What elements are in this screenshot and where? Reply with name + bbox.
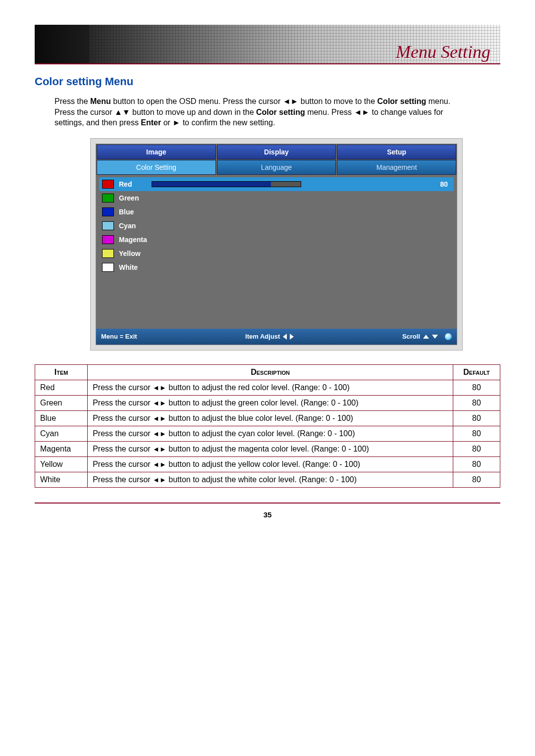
cell-item: Cyan bbox=[35, 426, 88, 441]
osd-tab-top: Display bbox=[217, 145, 336, 159]
right-triangle-icon bbox=[290, 334, 294, 340]
header-banner: Menu Setting bbox=[35, 25, 500, 64]
left-right-icon: ◄► bbox=[354, 107, 370, 118]
right-arrow-icon: ► bbox=[172, 117, 180, 128]
cell-item: Yellow bbox=[35, 456, 88, 472]
osd-item-row: Magenta bbox=[99, 233, 454, 247]
table-row: BluePress the cursor ◄► button to adjust… bbox=[35, 410, 500, 426]
cell-item: White bbox=[35, 472, 88, 487]
lamp-icon bbox=[445, 333, 452, 340]
color-swatch bbox=[102, 235, 114, 244]
intro-paragraph: Press the Menu button to open the OSD me… bbox=[54, 96, 466, 128]
cell-default: 80 bbox=[453, 410, 500, 426]
table-row: YellowPress the cursor ◄► button to adju… bbox=[35, 456, 500, 472]
table-row: WhitePress the cursor ◄► button to adjus… bbox=[35, 472, 500, 487]
th-item: Item bbox=[35, 364, 88, 380]
cell-desc: Press the cursor ◄► button to adjust the… bbox=[88, 441, 453, 456]
osd-item-label: Red bbox=[119, 180, 132, 188]
cell-default: 80 bbox=[453, 472, 500, 487]
banner-title: Menu Setting bbox=[396, 42, 490, 62]
left-right-icon: ◄► bbox=[153, 384, 166, 392]
osd-foot-scroll: Scroll bbox=[402, 333, 452, 340]
left-right-icon: ◄► bbox=[153, 460, 166, 468]
description-table: Item Description Default RedPress the cu… bbox=[35, 364, 500, 488]
left-right-icon: ◄► bbox=[153, 414, 166, 422]
left-right-icon: ◄► bbox=[153, 445, 166, 453]
osd-item-row: Yellow bbox=[99, 247, 454, 260]
table-row: GreenPress the cursor ◄► button to adjus… bbox=[35, 395, 500, 410]
osd-tab-bottom: Color Setting bbox=[97, 160, 216, 175]
osd-item-label: Cyan bbox=[119, 222, 136, 230]
left-triangle-icon bbox=[283, 334, 287, 340]
table-row: MagentaPress the cursor ◄► button to adj… bbox=[35, 441, 500, 456]
table-row: RedPress the cursor ◄► button to adjust … bbox=[35, 380, 500, 395]
up-down-icon: ▲▼ bbox=[114, 107, 130, 118]
up-triangle-icon bbox=[423, 335, 429, 339]
cell-desc: Press the cursor ◄► button to adjust the… bbox=[88, 410, 453, 426]
osd-item-row: White bbox=[99, 260, 454, 274]
left-right-icon: ◄► bbox=[153, 399, 166, 407]
osd-item-label: Green bbox=[119, 194, 139, 202]
cell-default: 80 bbox=[453, 441, 500, 456]
osd-item-row: Red80 bbox=[99, 177, 454, 191]
osd-item-label: White bbox=[119, 263, 138, 271]
osd-item-label: Magenta bbox=[119, 236, 147, 244]
slider-fill bbox=[152, 182, 271, 187]
cell-desc: Press the cursor ◄► button to adjust the… bbox=[88, 380, 453, 395]
osd-item-row: Green bbox=[99, 191, 454, 205]
th-default: Default bbox=[453, 364, 500, 380]
th-desc: Description bbox=[88, 364, 453, 380]
color-swatch bbox=[102, 180, 114, 189]
cell-desc: Press the cursor ◄► button to adjust the… bbox=[88, 395, 453, 410]
osd-tabs: ImageColor SettingDisplayLanguageSetupMa… bbox=[96, 144, 457, 175]
osd-tab-bottom: Management bbox=[337, 160, 456, 175]
cell-item: Green bbox=[35, 395, 88, 410]
osd-foot-exit: Menu = Exit bbox=[101, 333, 137, 340]
osd-tab-bottom: Language bbox=[217, 160, 336, 175]
osd-item-label: Blue bbox=[119, 208, 134, 216]
color-swatch bbox=[102, 194, 114, 202]
cell-default: 80 bbox=[453, 426, 500, 441]
down-triangle-icon bbox=[432, 335, 438, 339]
osd-tab-top: Image bbox=[97, 145, 216, 159]
left-right-icon: ◄► bbox=[153, 476, 166, 484]
cell-default: 80 bbox=[453, 456, 500, 472]
cell-item: Blue bbox=[35, 410, 88, 426]
cell-desc: Press the cursor ◄► button to adjust the… bbox=[88, 426, 453, 441]
osd-body: Red80GreenBlueCyanMagentaYellowWhite bbox=[96, 175, 457, 329]
cell-item: Magenta bbox=[35, 441, 88, 456]
slider-value: 80 bbox=[440, 180, 448, 188]
cell-default: 80 bbox=[453, 395, 500, 410]
color-swatch bbox=[102, 207, 114, 216]
osd-item-row: Blue bbox=[99, 205, 454, 219]
page-number: 35 bbox=[35, 510, 500, 519]
table-row: CyanPress the cursor ◄► button to adjust… bbox=[35, 426, 500, 441]
osd-screenshot: ImageColor SettingDisplayLanguageSetupMa… bbox=[90, 138, 463, 351]
slider-track bbox=[152, 181, 301, 187]
color-swatch bbox=[102, 221, 114, 230]
osd-foot-adjust: Item Adjust bbox=[245, 333, 294, 340]
cell-default: 80 bbox=[453, 380, 500, 395]
left-right-icon: ◄► bbox=[153, 430, 166, 438]
left-right-icon: ◄► bbox=[283, 96, 299, 107]
osd-footer: Menu = Exit Item Adjust Scroll bbox=[96, 329, 457, 345]
cell-desc: Press the cursor ◄► button to adjust the… bbox=[88, 456, 453, 472]
color-swatch bbox=[102, 249, 114, 258]
osd-tab-top: Setup bbox=[337, 145, 456, 159]
cell-desc: Press the cursor ◄► button to adjust the… bbox=[88, 472, 453, 487]
osd-item-label: Yellow bbox=[119, 250, 141, 257]
osd-item-row: Cyan bbox=[99, 219, 454, 233]
color-swatch bbox=[102, 263, 114, 272]
cell-item: Red bbox=[35, 380, 88, 395]
section-title: Color setting Menu bbox=[35, 75, 500, 88]
